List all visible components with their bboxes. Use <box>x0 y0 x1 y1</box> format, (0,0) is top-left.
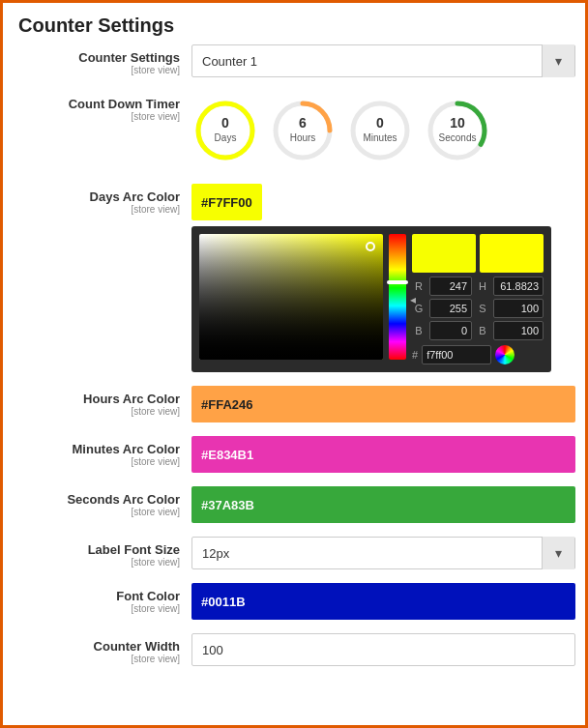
minutes-arc-label: Minutes Arc Color <box>13 442 180 456</box>
r-label: R <box>412 280 426 292</box>
minutes-arc-color-bar[interactable]: #E834B1 <box>191 436 575 473</box>
countdown-sublabel: [store view] <box>13 111 180 122</box>
b-input[interactable] <box>429 321 472 340</box>
svg-text:6: 6 <box>299 115 307 131</box>
counter-width-label: Counter Width <box>13 639 180 654</box>
counter-selector-btn[interactable] <box>542 44 574 77</box>
seconds-circle: 10 Seconds <box>424 97 491 164</box>
minutes-arc-color-value: #E834B1 <box>201 448 253 462</box>
color-picker-panel: ◂ R H <box>191 226 551 372</box>
days-arc-label: Days Arc Color <box>13 189 180 204</box>
days-arc-color-value: #F7FF00 <box>201 195 252 210</box>
picker-fields: R H G S <box>412 234 544 364</box>
seconds-arc-sublabel: [store view] <box>13 507 180 517</box>
counter-settings-sublabel: [store view] <box>13 65 180 75</box>
font-color-label: Font Color <box>13 589 180 603</box>
hours-arc-color-bar[interactable]: #FFA246 <box>191 386 575 422</box>
svg-text:0: 0 <box>221 115 229 131</box>
counter-width-sublabel: [store view] <box>13 654 180 664</box>
svg-text:Days: Days <box>215 132 237 143</box>
svg-text:0: 0 <box>376 115 384 131</box>
days-arc-color-bar[interactable]: #F7FF00 <box>191 184 262 220</box>
hours-arc-label: Hours Arc Color <box>13 392 180 406</box>
h-label: H <box>476 280 489 292</box>
r-input[interactable] <box>429 277 472 296</box>
label-font-size-label: Label Font Size <box>13 542 180 557</box>
font-color-value: #0011B <box>201 595 246 609</box>
svg-text:10: 10 <box>450 115 465 131</box>
picker-new-color <box>412 234 476 273</box>
font-size-btn[interactable] <box>542 537 574 569</box>
font-size-selector[interactable]: 12px <box>191 537 575 569</box>
seconds-arc-label: Seconds Arc Color <box>13 492 180 507</box>
hash-label: # <box>412 349 418 361</box>
page-title: Counter Settings <box>3 3 585 44</box>
svg-point-8 <box>353 103 407 158</box>
seconds-arc-color-bar[interactable]: #37A83B <box>191 486 575 523</box>
picker-old-color <box>480 234 544 273</box>
minutes-circle: 0 Minutes <box>346 97 414 164</box>
b2-input[interactable] <box>493 321 544 340</box>
counter-settings-label: Counter Settings <box>13 50 180 65</box>
color-mode-btn[interactable] <box>495 345 514 364</box>
font-color-bar[interactable]: #0011B <box>191 583 575 620</box>
svg-point-1 <box>198 103 252 158</box>
g-input[interactable] <box>429 299 472 318</box>
hash-input[interactable] <box>422 345 491 364</box>
font-color-sublabel: [store view] <box>13 603 180 614</box>
days-circle: 0 Days <box>191 97 259 164</box>
hours-arc-color-value: #FFA246 <box>201 397 252 412</box>
hours-circle: 6 Hours <box>269 97 337 164</box>
svg-text:Minutes: Minutes <box>363 132 397 143</box>
b-label: B <box>412 325 426 336</box>
counter-selector[interactable]: Counter 1 <box>191 44 575 77</box>
s-input[interactable] <box>493 299 544 318</box>
seconds-arc-color-value: #37A83B <box>201 498 254 512</box>
picker-arrow-icon: ◂ <box>410 293 416 306</box>
b2-label: B <box>476 325 489 336</box>
svg-text:Hours: Hours <box>290 132 316 143</box>
hours-arc-sublabel: [store view] <box>13 406 180 417</box>
svg-text:Seconds: Seconds <box>439 132 477 143</box>
minutes-arc-sublabel: [store view] <box>13 456 180 467</box>
countdown-label: Count Down Timer <box>13 97 180 111</box>
days-arc-sublabel: [store view] <box>13 204 180 215</box>
counter-width-input[interactable] <box>191 633 575 666</box>
label-font-size-sublabel: [store view] <box>13 557 180 568</box>
countdown-circles: 0 Days 6 Hours <box>191 91 575 170</box>
h-input[interactable] <box>493 277 544 296</box>
picker-gradient[interactable] <box>199 234 383 360</box>
picker-hue-bar[interactable] <box>389 234 406 360</box>
counter-selector-value: Counter 1 <box>192 54 542 69</box>
s-label: S <box>476 303 489 314</box>
font-size-value: 12px <box>192 546 542 561</box>
